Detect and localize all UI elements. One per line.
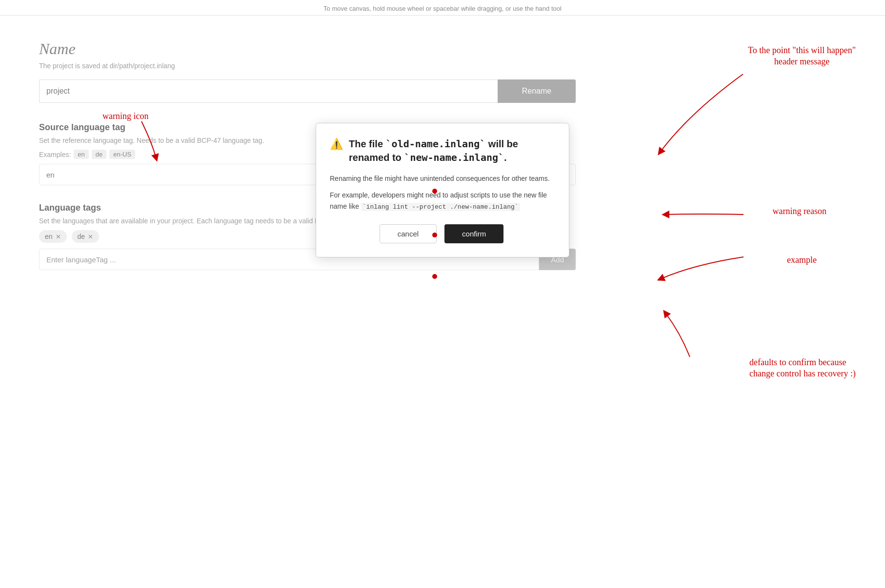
- modal-footer: cancel confirm: [330, 224, 553, 243]
- modal-title: The file `old-name.inlang` will be renam…: [349, 137, 553, 164]
- red-dot-title: [432, 189, 437, 194]
- confirm-button[interactable]: confirm: [444, 224, 503, 243]
- warning-reason: Renaming the file might have unintended …: [330, 173, 553, 184]
- warning-example: For example, developers might need to ad…: [330, 190, 553, 212]
- canvas-hint: To move canvas, hold mouse wheel or spac…: [0, 0, 885, 16]
- top-hint-bar: To move canvas, hold mouse wheel or spac…: [0, 0, 885, 16]
- red-dot-example: [432, 274, 437, 279]
- modal-header: ⚠️ The file `old-name.inlang` will be re…: [330, 137, 553, 164]
- modal-overlay: ⚠️ The file `old-name.inlang` will be re…: [0, 16, 885, 317]
- red-dot-reason: [432, 233, 437, 237]
- cancel-button[interactable]: cancel: [380, 224, 437, 243]
- rename-warning-modal: ⚠️ The file `old-name.inlang` will be re…: [316, 123, 569, 257]
- modal-body: Renaming the file might have unintended …: [330, 173, 553, 213]
- warning-icon: ⚠️: [330, 138, 343, 151]
- annotation-defaults-confirm: defaults to confirm because change contr…: [749, 357, 856, 380]
- main-content: Name The project is saved at dir/path/pr…: [0, 16, 885, 317]
